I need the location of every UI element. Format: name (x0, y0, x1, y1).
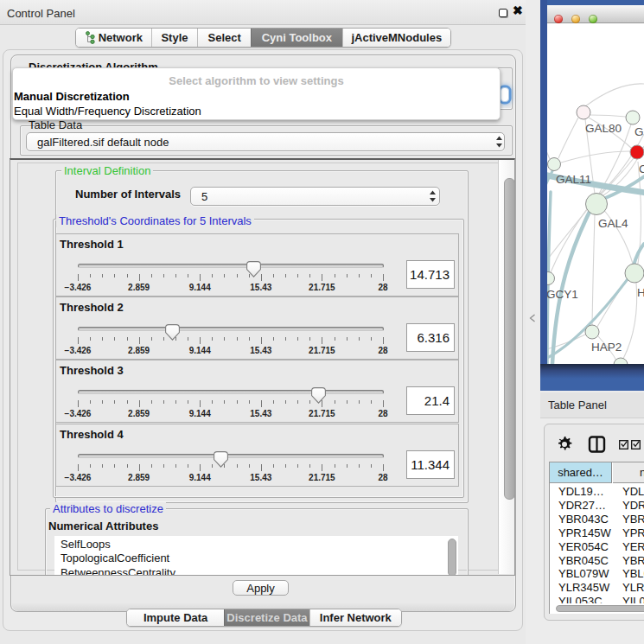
svg-text:GAL4: GAL4 (598, 217, 628, 230)
svg-text:HAP2: HAP2 (591, 341, 622, 354)
svg-text:GAL80: GAL80 (585, 122, 622, 135)
svg-text:GAL11: GAL11 (556, 173, 591, 186)
svg-text:H: H (637, 286, 644, 299)
svg-text:GCY1: GCY1 (547, 288, 578, 301)
svg-text:C: C (639, 163, 644, 175)
svg-text:G: G (634, 125, 644, 138)
